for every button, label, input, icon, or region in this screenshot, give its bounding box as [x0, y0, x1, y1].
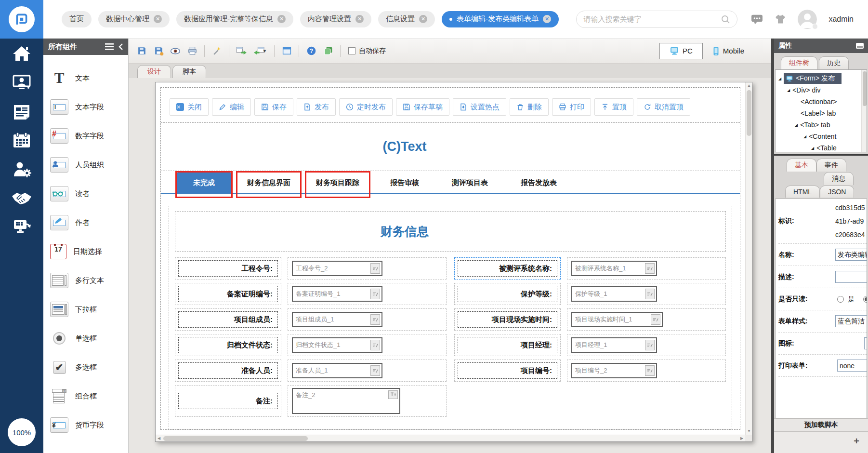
textarea-widget[interactable]: 备注_2 [292, 388, 400, 414]
tree-node-form[interactable]: ◢<Form> 发布 [776, 73, 867, 84]
tree-node-div[interactable]: ◢<Div> div [776, 84, 867, 96]
edit-button[interactable]: 编辑 [212, 98, 251, 116]
form-tab-eval-project[interactable]: 测评项目表 [442, 173, 498, 193]
close-icon[interactable]: ✕ [355, 15, 364, 23]
user-settings-icon[interactable] [11, 159, 32, 179]
field-label-cell[interactable]: 备案证明编号: [175, 283, 281, 305]
collapse-panel-icon[interactable] [118, 43, 123, 50]
tab-design[interactable]: 设计 [137, 65, 171, 78]
text-field-widget[interactable]: 保护等级_1 [571, 286, 657, 302]
component-author[interactable]: 作者 [43, 208, 128, 237]
export-icon[interactable] [235, 45, 248, 57]
save-draft-button[interactable]: 保存草稿 [396, 98, 449, 116]
tree-node-content[interactable]: ◢<Content [776, 131, 867, 142]
print-form-input[interactable] [837, 360, 867, 372]
username[interactable]: xadmin [829, 15, 854, 24]
tab-json[interactable]: JSON [820, 186, 854, 198]
form-tab-unfinished[interactable]: 未完成 [177, 173, 231, 193]
field-input-cell[interactable]: 项目现场实施时间_1 [567, 308, 726, 331]
unpin-top-button[interactable]: 取消置顶 [637, 98, 690, 116]
tree-expand-icon[interactable]: ◢ [778, 77, 781, 81]
tree-scrollbar[interactable] [861, 70, 867, 152]
text-field-widget[interactable]: 项目组成员_1 [292, 312, 382, 327]
field-label-cell[interactable]: 项目编号: [454, 360, 561, 382]
tab-component-tree[interactable]: 组件树 [781, 56, 817, 69]
import-icon[interactable]: ▼ [252, 45, 268, 57]
field-input-cell[interactable]: 被测评系统名称_1 [567, 257, 726, 280]
tab-script[interactable]: 脚本 [172, 65, 206, 78]
text-field-widget[interactable]: 项目经理_1 [571, 337, 657, 353]
tree-expand-icon[interactable]: ◢ [803, 134, 806, 139]
scroll-up-icon[interactable]: ▲ [746, 82, 752, 89]
tree-node-table[interactable]: ◢<Table [776, 142, 867, 152]
component-radio[interactable]: 单选框 [43, 324, 128, 353]
preview-eye-icon[interactable] [169, 45, 182, 57]
save-button[interactable]: 保存 [254, 98, 293, 116]
app-logo[interactable] [0, 0, 43, 39]
component-text[interactable]: T文本 [43, 64, 128, 93]
field-label-cell[interactable]: 备注: [175, 385, 281, 417]
field-label-cell-selected[interactable]: 被测评系统名称: [454, 257, 561, 280]
tab-basic[interactable]: 基本 [787, 159, 816, 172]
tree-node-actionbar[interactable]: <Actionbar> [776, 96, 867, 107]
device-pc-button[interactable]: PC [659, 43, 703, 59]
schedule-publish-button[interactable]: 定时发布 [339, 98, 393, 116]
form-style-input[interactable] [835, 315, 867, 327]
field-input-cell[interactable]: 备案证明编号_1 [288, 283, 447, 305]
close-icon[interactable]: ✕ [543, 15, 551, 23]
add-script-button[interactable]: + [854, 436, 859, 447]
messages-icon[interactable] [751, 13, 763, 25]
delete-button[interactable]: 删除 [510, 98, 549, 116]
save-as-icon[interactable] [152, 45, 165, 57]
handshake-icon[interactable] [11, 188, 32, 208]
component-number-field[interactable]: #数字字段 [43, 121, 128, 150]
icon-input[interactable] [864, 337, 867, 349]
form-tab-finance-track[interactable]: 财务项目跟踪 [306, 173, 369, 193]
home-icon[interactable] [11, 43, 32, 64]
close-button[interactable]: ✕关闭 [170, 98, 209, 116]
print-icon[interactable] [186, 45, 198, 57]
readonly-no-radio[interactable] [863, 296, 867, 303]
field-input-cell[interactable]: 项目组成员_1 [288, 308, 447, 331]
scroll-left-icon[interactable]: ◀ [156, 435, 162, 442]
tree-expand-icon[interactable]: ◢ [795, 123, 798, 127]
tab-form-editor-active[interactable]: 表单编辑-发布类编辑表单✕ [442, 11, 559, 27]
print-button[interactable]: 打印 [552, 98, 591, 116]
text-field-widget[interactable]: 备案证明编号_1 [292, 286, 382, 302]
set-hotspot-button[interactable]: 设置热点 [453, 98, 506, 116]
search-input[interactable] [583, 15, 717, 23]
field-input-cell[interactable]: 准备人员_1 [288, 360, 447, 382]
field-input-cell[interactable]: 保护等级_1 [567, 283, 726, 305]
field-label-cell[interactable]: 工程令号: [175, 257, 281, 280]
component-dropdown[interactable]: 下拉框 [43, 295, 128, 324]
tab-html[interactable]: HTML [785, 186, 820, 198]
field-label-cell[interactable]: 归档文件状态: [175, 334, 281, 356]
publish-button[interactable]: 发布 [297, 98, 336, 116]
field-input-cell[interactable]: 项目经理_1 [567, 334, 726, 356]
description-input[interactable] [835, 271, 867, 283]
pin-top-button[interactable]: 置顶 [594, 98, 633, 116]
field-label-cell[interactable]: 保护等级: [454, 283, 561, 305]
text-field-widget[interactable]: 被测评系统名称_1 [571, 261, 657, 276]
field-input-cell[interactable]: 归档文件状态_1 [288, 334, 447, 356]
tab-info-settings[interactable]: 信息设置✕ [378, 11, 435, 27]
field-input-cell[interactable]: 工程令号_2 [288, 257, 447, 280]
field-label-cell[interactable]: 项目组成员: [175, 308, 281, 331]
field-label-cell[interactable]: 准备人员: [175, 360, 281, 382]
component-combobox[interactable]: ▾组合框 [43, 382, 128, 411]
text-field-widget[interactable]: 项目编号_2 [571, 363, 657, 378]
form-tab-report-review[interactable]: 报告审核 [381, 173, 429, 193]
vscroll-thumb[interactable] [747, 90, 751, 136]
hscroll-thumb[interactable] [163, 436, 308, 441]
name-input[interactable] [835, 249, 867, 261]
layers-icon[interactable] [322, 45, 334, 57]
text-field-widget[interactable]: 项目现场实施时间_1 [571, 312, 663, 327]
tree-expand-icon[interactable]: ◢ [787, 88, 790, 93]
tree-node-selected[interactable]: <Form> 发布 [784, 73, 842, 84]
tab-message[interactable]: 消息 [824, 172, 854, 185]
pc-share-icon[interactable] [11, 217, 32, 237]
vertical-scrollbar[interactable]: ▲ ▼ [745, 82, 752, 435]
menu-icon[interactable] [105, 43, 114, 50]
text-field-widget[interactable]: 归档文件状态_1 [292, 337, 382, 353]
component-person-org[interactable]: 人员组织 [43, 150, 128, 179]
